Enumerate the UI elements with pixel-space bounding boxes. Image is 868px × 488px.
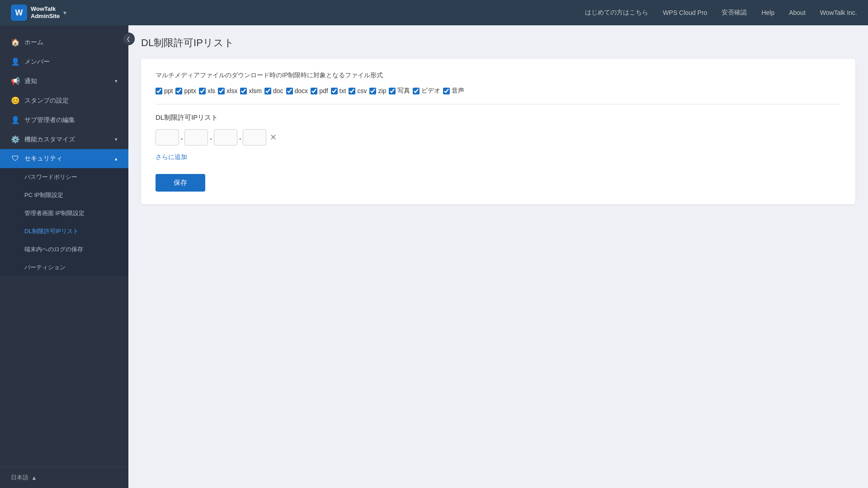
checkbox-doc[interactable]: doc <box>264 87 283 94</box>
customize-icon: ⚙️ <box>11 135 20 144</box>
checkbox-pptx[interactable]: pptx <box>175 87 196 94</box>
checkbox-xlsx-label: xlsx <box>226 87 237 94</box>
nav-link-wps[interactable]: WPS Cloud Pro <box>663 9 707 16</box>
ip-octet-3[interactable] <box>214 129 237 145</box>
language-label: 日本語 <box>11 474 28 482</box>
checkbox-video-input[interactable] <box>413 88 420 94</box>
checkbox-xls[interactable]: xls <box>199 87 215 94</box>
sidebar-sub-item-pc-ip[interactable]: PC IP制限設定 <box>0 186 128 204</box>
checkbox-ppt[interactable]: ppt <box>156 87 173 94</box>
checkbox-zip-label: zip <box>378 87 386 94</box>
member-icon: 👤 <box>11 57 20 66</box>
checkbox-zip[interactable]: zip <box>369 87 386 94</box>
sidebar-item-customize[interactable]: ⚙️ 機能カスタマイズ ▾ <box>0 130 128 149</box>
ip-input-row-1: . . . ✕ <box>156 129 841 145</box>
ip-remove-button[interactable]: ✕ <box>268 133 278 141</box>
ip-octet-2[interactable] <box>184 129 208 145</box>
add-more-link[interactable]: さらに追加 <box>156 153 187 161</box>
logo-text: WowTalk AdminSite <box>31 5 60 19</box>
ip-list-section-title: DL制限許可IPリスト <box>156 113 841 122</box>
checkbox-video[interactable]: ビデオ <box>413 87 440 95</box>
checkbox-xlsx-input[interactable] <box>218 88 225 94</box>
notification-icon: 📢 <box>11 77 20 85</box>
checkbox-txt[interactable]: txt <box>331 87 346 94</box>
checkbox-audio-input[interactable] <box>443 88 450 94</box>
logo[interactable]: W WowTalk AdminSite <box>11 5 60 21</box>
settings-card: マルチメディアファイルのダウンロード時のIP制限時に対象となるファイル形式 pp… <box>141 59 855 204</box>
main-area: ❮ 🏠 ホーム 👤 メンバー 📢 通知 ▾ 😊 スタンプの設定 👤 <box>0 25 868 488</box>
checkbox-csv[interactable]: csv <box>349 87 367 94</box>
stamp-icon: 😊 <box>11 96 20 105</box>
admin-ip-label: 管理者画面 IP制限設定 <box>24 209 85 217</box>
nav-link-anpi[interactable]: 安否確認 <box>722 9 747 17</box>
sidebar-item-notification[interactable]: 📢 通知 ▾ <box>0 71 128 91</box>
password-policy-label: パスワードポリシー <box>24 173 77 181</box>
sidebar-nav: 🏠 ホーム 👤 メンバー 📢 通知 ▾ 😊 スタンプの設定 👤 サブ管理者の編集 <box>0 25 128 467</box>
ip-octet-4[interactable] <box>243 129 266 145</box>
sidebar-item-stamp-label: スタンプの設定 <box>24 97 69 105</box>
save-button[interactable]: 保存 <box>156 174 205 192</box>
sidebar-sub-item-admin-ip[interactable]: 管理者画面 IP制限設定 <box>0 204 128 222</box>
checkbox-xlsm-label: xlsm <box>249 87 262 94</box>
sidebar-sub-item-dl-ip[interactable]: DL制限許可IPリスト <box>0 222 128 240</box>
checkbox-docx-input[interactable] <box>286 88 293 94</box>
save-button-container: 保存 <box>156 174 841 192</box>
checkbox-xls-input[interactable] <box>199 88 206 94</box>
checkbox-pdf-input[interactable] <box>311 88 317 94</box>
card-description: マルチメディアファイルのダウンロード時のIP制限時に対象となるファイル形式 <box>156 71 841 80</box>
subadmin-icon: 👤 <box>11 116 20 124</box>
checkbox-xlsm[interactable]: xlsm <box>240 87 262 94</box>
checkbox-docx[interactable]: docx <box>286 87 308 94</box>
checkbox-docx-label: docx <box>295 87 308 94</box>
checkbox-doc-input[interactable] <box>264 88 271 94</box>
checkbox-xls-label: xls <box>208 87 215 94</box>
svg-text:W: W <box>15 8 23 17</box>
checkbox-pdf-label: pdf <box>319 87 328 94</box>
dropdown-icon[interactable]: ▾ <box>63 9 66 16</box>
ip-dot-2: . <box>210 133 212 141</box>
sidebar-item-member[interactable]: 👤 メンバー <box>0 52 128 71</box>
checkbox-photo-input[interactable] <box>389 88 396 94</box>
sidebar: ❮ 🏠 ホーム 👤 メンバー 📢 通知 ▾ 😊 スタンプの設定 👤 <box>0 25 128 488</box>
dl-ip-label: DL制限許可IPリスト <box>24 227 79 235</box>
sidebar-item-customize-label: 機能カスタマイズ <box>24 136 75 144</box>
log-label: 端末内へのログの保存 <box>24 245 83 253</box>
sidebar-sub-item-password[interactable]: パスワードポリシー <box>0 168 128 186</box>
nav-link-hajimete[interactable]: はじめての方はこちら <box>585 9 648 17</box>
checkbox-csv-input[interactable] <box>349 88 355 94</box>
sidebar-item-home-label: ホーム <box>24 38 43 47</box>
sidebar-sub-item-log[interactable]: 端末内へのログの保存 <box>0 240 128 258</box>
sidebar-item-subadmin[interactable]: 👤 サブ管理者の編集 <box>0 110 128 130</box>
sidebar-item-stamp[interactable]: 😊 スタンプの設定 <box>0 91 128 110</box>
nav-links: はじめての方はこちら WPS Cloud Pro 安否確認 Help About… <box>585 9 857 17</box>
language-selector[interactable]: 日本語 ▲ <box>0 467 128 488</box>
chevron-down-icon: ▾ <box>115 78 118 84</box>
sidebar-collapse-button[interactable]: ❮ <box>122 33 135 45</box>
ip-dot-3: . <box>239 133 241 141</box>
sidebar-item-security[interactable]: 🛡 セキュリティ ▴ <box>0 149 128 168</box>
sidebar-item-home[interactable]: 🏠 ホーム <box>0 33 128 52</box>
checkbox-audio[interactable]: 音声 <box>443 87 464 95</box>
checkbox-xlsm-input[interactable] <box>240 88 247 94</box>
sidebar-submenu-security: パスワードポリシー PC IP制限設定 管理者画面 IP制限設定 DL制限許可I… <box>0 168 128 277</box>
main-content: DL制限許可IPリスト マルチメディアファイルのダウンロード時のIP制限時に対象… <box>128 25 868 488</box>
checkbox-ppt-input[interactable] <box>156 88 162 94</box>
sidebar-item-subadmin-label: サブ管理者の編集 <box>24 116 75 124</box>
file-type-checkboxes: ppt pptx xls xlsx xlsm <box>156 87 841 104</box>
nav-link-help[interactable]: Help <box>761 9 774 16</box>
checkbox-zip-input[interactable] <box>369 88 376 94</box>
checkbox-xlsx[interactable]: xlsx <box>218 87 237 94</box>
nav-link-about[interactable]: About <box>789 9 806 16</box>
checkbox-pptx-input[interactable] <box>175 88 182 94</box>
pc-ip-label: PC IP制限設定 <box>24 191 63 199</box>
checkbox-txt-label: txt <box>340 87 346 94</box>
sidebar-sub-item-partition[interactable]: パーティション <box>0 258 128 277</box>
checkbox-pdf[interactable]: pdf <box>311 87 328 94</box>
nav-link-wowtalk-inc[interactable]: WowTalk Inc. <box>820 9 857 16</box>
security-icon: 🛡 <box>11 155 20 163</box>
checkbox-doc-label: doc <box>273 87 283 94</box>
ip-octet-1[interactable] <box>156 129 179 145</box>
checkbox-txt-input[interactable] <box>331 88 338 94</box>
checkbox-photo[interactable]: 写真 <box>389 87 410 95</box>
checkbox-pptx-label: pptx <box>184 87 196 94</box>
